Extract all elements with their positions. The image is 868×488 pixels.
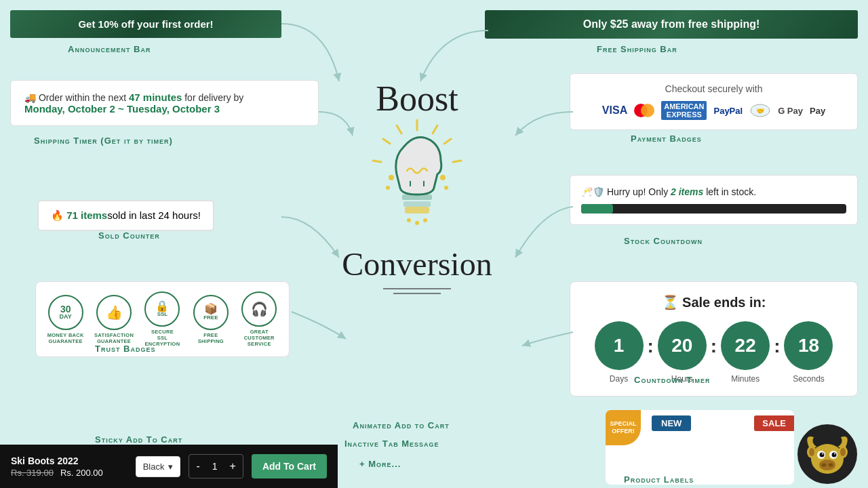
svg-rect-12 (403, 201, 431, 207)
sold-emoji: 🔥 (51, 209, 66, 221)
svg-rect-13 (405, 207, 429, 214)
shipping-minutes: 47 minutes (129, 92, 182, 103)
sold-count: 71 items (66, 209, 107, 221)
svg-point-34 (834, 453, 835, 455)
shipping-timer-label: Shipping Timer (Get it by timer) (34, 136, 173, 146)
stock-bar-fill (581, 204, 613, 214)
stock-text: 🥂🛡️ Hurry up! Only 2 items left in stock… (581, 186, 846, 197)
svg-point-18 (440, 175, 446, 180)
countdown-title: ⏳ Sale ends in: (584, 294, 844, 310)
lightbulb-icon (356, 113, 478, 249)
sticky-cart: Ski Boots 2022 Rs. 319.00 Rs. 200.00 Bla… (0, 445, 338, 488)
satisfaction-circle: 👍 (96, 295, 132, 330)
quantity-decrease-button[interactable]: - (189, 455, 206, 478)
chevron-down-icon: ▾ (168, 462, 173, 472)
trust-badge-ssl: 🔒 SSL SECURESSL ENCRYPTION (140, 291, 184, 347)
days-circle: 1 (595, 321, 644, 370)
stock-items: 2 items (671, 186, 703, 197)
sticky-cart-info: Ski Boots 2022 Rs. 319.00 Rs. 200.00 (11, 455, 127, 478)
svg-text:🤝: 🤝 (756, 106, 765, 115)
decorative-lines (376, 285, 458, 299)
svg-line-8 (373, 161, 381, 162)
sticky-price-old: Rs. 319.00 (11, 468, 54, 478)
payment-icons: VISA AMERICANEXPRESS PayPal 🤝 G Pay Pay (581, 101, 846, 120)
shipping-timer: 🚚 Order within the next 47 minutes for d… (10, 80, 319, 126)
days-unit: Days (610, 374, 628, 384)
stock-countdown: 🥂🛡️ Hurry up! Only 2 items left in stock… (570, 175, 858, 225)
product-labels: SPECIALOFFER! NEW SALE (606, 410, 794, 485)
countdown-timer: ⏳ Sale ends in: 1 Days : 20 Hours : 22 M… (570, 281, 858, 396)
svg-point-14 (407, 218, 411, 222)
colon-1: : (648, 336, 654, 357)
payment-badges-label: Payment Badges (631, 134, 702, 144)
countdown-minutes: 22 Minutes (721, 321, 770, 384)
minutes-circle: 22 (721, 321, 770, 370)
quantity-increase-button[interactable]: + (223, 455, 243, 478)
service-circle: 🎧 (241, 291, 277, 327)
stock-countdown-label: Stock Countdown (624, 236, 703, 246)
paypal-icon: PayPal (713, 106, 743, 116)
trust-badges: 30 DAY MONEY BACKGUARANTEE 👍 SATISFACTIO… (35, 281, 290, 357)
sticky-quantity: - 1 + (189, 454, 243, 479)
trust-badges-label: Trust Badges (95, 344, 155, 354)
handshake-icon: 🤝 (749, 103, 771, 118)
colon-3: : (774, 336, 780, 357)
gpay-icon: G Pay (778, 106, 803, 116)
svg-point-16 (423, 218, 427, 222)
hours-circle: 20 (658, 321, 707, 370)
free-shipping-text: Only $25 away from free shipping! (583, 18, 760, 30)
countdown-seconds: 18 Seconds (784, 321, 833, 384)
svg-point-28 (840, 448, 846, 456)
freeshipping-circle: 📦 FREE (193, 295, 229, 330)
svg-line-3 (433, 125, 437, 134)
payment-badges: Checkout securely with VISA AMERICANEXPR… (570, 73, 858, 130)
svg-line-7 (453, 161, 461, 162)
sold-counter: 🔥 71 itemssold in last 24 hours! (37, 200, 214, 231)
svg-point-20 (444, 186, 448, 190)
svg-point-32 (832, 453, 837, 458)
special-offer-label: SPECIALOFFER! (606, 410, 641, 445)
product-labels-label: Product Labels (624, 474, 694, 485)
trust-badge-satisfaction: 👍 SATISFACTIONGUARANTEE (92, 295, 136, 344)
shipping-suffix: for delivery by (182, 92, 243, 103)
announcement-bar: Get 10% off your first order! (10, 10, 281, 38)
seconds-circle: 18 (784, 321, 833, 370)
announcement-label: Announcement Bar (68, 44, 151, 54)
mastercard-icon (634, 104, 654, 117)
bull-icon (797, 424, 858, 485)
ssl-circle: 🔒 SSL (144, 291, 180, 327)
applepay-icon: Pay (810, 106, 825, 116)
announcement-text: Get 10% off your first order! (78, 18, 213, 30)
svg-line-6 (383, 139, 390, 144)
payment-title: Checkout securely with (581, 83, 846, 94)
animated-cart-label: Animated Add to Cart (353, 420, 450, 430)
svg-point-33 (822, 453, 823, 455)
svg-rect-11 (402, 195, 432, 200)
trust-badge-service: 🎧 GREATCUSTOMER SERVICE (237, 291, 281, 347)
svg-point-27 (809, 448, 814, 456)
add-to-cart-button[interactable]: Add To Cart (252, 454, 327, 479)
sticky-cart-title: Ski Boots 2022 (11, 455, 127, 466)
free-shipping-bar: Only $25 away from free shipping! (485, 10, 858, 39)
visa-icon: VISA (602, 104, 627, 117)
sale-label: SALE (754, 415, 794, 431)
center-illustration: Boost (312, 81, 522, 302)
more-label: + More... (359, 459, 401, 469)
svg-point-37 (829, 464, 833, 467)
boost-text: Boost (312, 81, 522, 117)
free-shipping-label: Free Shipping Bar (597, 44, 677, 54)
moneyback-circle: 30 DAY (48, 295, 83, 330)
svg-line-5 (444, 139, 451, 144)
trust-badge-freeshipping: 📦 FREE FREESHIPPING (189, 295, 233, 344)
new-label: NEW (652, 415, 691, 431)
inactive-tab-label: Inactive Tab Message (344, 439, 439, 449)
sticky-variant-select[interactable]: Black ▾ (136, 456, 181, 477)
colon-2: : (711, 336, 717, 357)
shipping-dates: Monday, October 2 ~ Tuesday, October 3 (24, 103, 220, 115)
bull-mascot (797, 424, 858, 485)
conversion-text: Conversion (312, 245, 522, 283)
sold-suffix: sold in last 24 hours! (107, 209, 201, 221)
quantity-value: 1 (207, 461, 223, 472)
stock-suffix: left in stock. (703, 186, 756, 197)
svg-point-17 (389, 175, 394, 180)
